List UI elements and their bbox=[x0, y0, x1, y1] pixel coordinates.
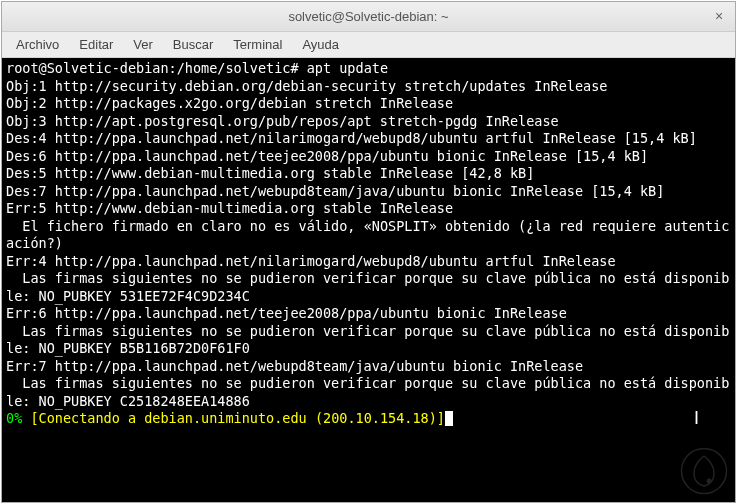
menu-terminal[interactable]: Terminal bbox=[223, 33, 292, 56]
output-line: Des:7 http://ppa.launchpad.net/webupd8te… bbox=[6, 183, 731, 201]
output-line: Des:6 http://ppa.launchpad.net/teejee200… bbox=[6, 148, 731, 166]
output-line: Obj:2 http://packages.x2go.org/debian st… bbox=[6, 95, 731, 113]
output-line: Err:5 http://www.debian-multimedia.org s… bbox=[6, 200, 731, 218]
output-line: Err:6 http://ppa.launchpad.net/teejee200… bbox=[6, 305, 731, 323]
output-line: Des:4 http://ppa.launchpad.net/nilarimog… bbox=[6, 130, 731, 148]
output-line: Err:4 http://ppa.launchpad.net/nilarimog… bbox=[6, 253, 731, 271]
terminal-window: solvetic@Solvetic-debian: ~ × Archivo Ed… bbox=[1, 1, 736, 503]
menu-editar[interactable]: Editar bbox=[69, 33, 123, 56]
shell-prompt: root@Solvetic-debian:/home/solvetic# bbox=[6, 60, 307, 76]
status-text: [Conectando a debian.uniminuto.edu (200.… bbox=[30, 410, 445, 426]
output-line: Obj:1 http://security.debian.org/debian-… bbox=[6, 78, 731, 96]
status-percent: 0% bbox=[6, 410, 22, 426]
terminal-output[interactable]: root@Solvetic-debian:/home/solvetic# apt… bbox=[2, 58, 735, 502]
menu-archivo[interactable]: Archivo bbox=[6, 33, 69, 56]
titlebar: solvetic@Solvetic-debian: ~ × bbox=[2, 2, 735, 32]
output-line: Las firmas siguientes no se pudieron ver… bbox=[6, 323, 731, 358]
output-line: Des:5 http://www.debian-multimedia.org s… bbox=[6, 165, 731, 183]
menu-ver[interactable]: Ver bbox=[123, 33, 163, 56]
output-line: Las firmas siguientes no se pudieron ver… bbox=[6, 375, 731, 410]
menu-ayuda[interactable]: Ayuda bbox=[292, 33, 349, 56]
output-line: Obj:3 http://apt.postgresql.org/pub/repo… bbox=[6, 113, 731, 131]
window-title: solvetic@Solvetic-debian: ~ bbox=[288, 9, 448, 24]
command-text: apt update bbox=[307, 60, 388, 76]
output-line: Las firmas siguientes no se pudieron ver… bbox=[6, 270, 731, 305]
menu-buscar[interactable]: Buscar bbox=[163, 33, 223, 56]
close-icon[interactable]: × bbox=[711, 9, 727, 25]
output-line: Err:7 http://ppa.launchpad.net/webupd8te… bbox=[6, 358, 731, 376]
menubar: Archivo Editar Ver Buscar Terminal Ayuda bbox=[2, 32, 735, 58]
terminal-cursor bbox=[445, 411, 453, 426]
output-line: El fichero firmado en claro no es válido… bbox=[6, 218, 731, 253]
